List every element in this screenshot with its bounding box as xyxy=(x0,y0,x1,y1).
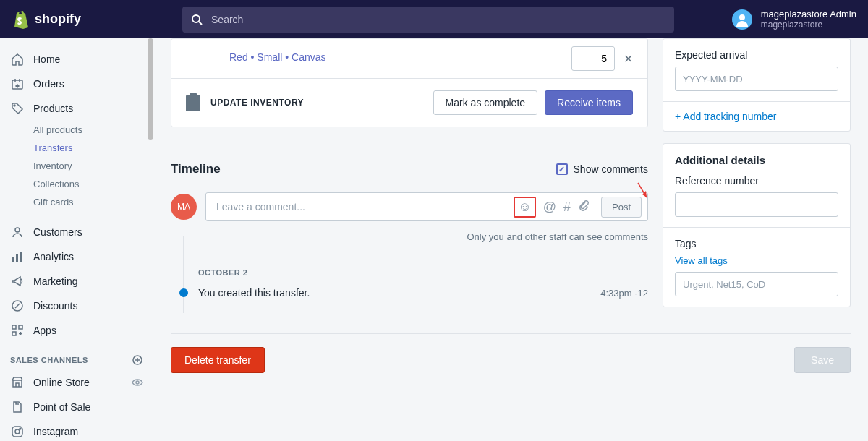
hashtag-icon[interactable]: # xyxy=(563,200,571,215)
attachment-icon[interactable] xyxy=(578,200,590,215)
store-icon xyxy=(10,375,25,390)
nav-inventory[interactable]: Inventory xyxy=(0,157,153,175)
svg-rect-6 xyxy=(16,254,18,262)
timeline-dot xyxy=(179,288,188,297)
nav-orders[interactable]: Orders xyxy=(0,72,153,96)
nav-home[interactable]: Home xyxy=(0,47,153,72)
timeline: MA ☺ @ # Post Only you and xyxy=(171,192,648,313)
timeline-title: Timeline xyxy=(171,162,221,176)
expected-arrival-label: Expected arrival xyxy=(675,49,838,61)
page-footer: Delete transfer Save xyxy=(171,333,851,373)
shopify-icon xyxy=(12,9,29,30)
svg-rect-9 xyxy=(12,325,16,329)
receive-items-button[interactable]: Receive items xyxy=(545,90,633,115)
comment-visibility-note: Only you and other staff can see comment… xyxy=(171,221,648,248)
nav-analytics[interactable]: Analytics xyxy=(0,244,153,269)
checkbox-icon: ✓ xyxy=(556,163,568,175)
avatar xyxy=(732,9,752,30)
expected-arrival-input[interactable] xyxy=(675,67,838,91)
tags-input[interactable] xyxy=(675,272,838,296)
store-name: mageplazastore xyxy=(761,20,856,30)
reference-input[interactable] xyxy=(675,192,838,217)
svg-point-3 xyxy=(14,105,15,106)
variant-link[interactable]: Red • Small • Canvas xyxy=(229,51,326,63)
show-comments-toggle[interactable]: ✓ Show comments xyxy=(556,163,648,175)
view-all-tags-link[interactable]: View all tags xyxy=(675,255,838,266)
clipboard-icon xyxy=(186,95,200,111)
post-button[interactable]: Post xyxy=(601,197,642,218)
eye-icon[interactable] xyxy=(132,377,143,388)
remove-item-icon[interactable]: ✕ xyxy=(624,52,633,66)
update-inventory-label: UPDATE INVENTORY xyxy=(210,98,304,108)
svg-point-15 xyxy=(15,429,20,434)
brand-text: shopify xyxy=(35,12,81,27)
instagram-icon xyxy=(10,424,25,439)
pos-icon xyxy=(10,400,25,414)
nav-all-products[interactable]: All products xyxy=(0,121,153,139)
sidebar: Home Orders Products All products Transf… xyxy=(0,38,153,441)
nav-customers[interactable]: Customers xyxy=(0,220,153,244)
timeline-date: OCTOBER 2 xyxy=(198,268,648,277)
items-card: Red • Small • Canvas ✕ UPDATE INVENTORY … xyxy=(171,38,648,127)
customers-icon xyxy=(10,225,25,239)
user-menu[interactable]: mageplazastore Admin mageplazastore xyxy=(732,9,856,30)
analytics-icon xyxy=(10,249,25,264)
timeline-event: You created this transfer. 4:33pm -12 xyxy=(171,287,648,299)
svg-rect-5 xyxy=(12,257,14,262)
nav-apps[interactable]: Apps xyxy=(0,318,153,343)
details-card: Additional details Reference number Tags… xyxy=(663,143,851,307)
nav-collections[interactable]: Collections xyxy=(0,175,153,193)
scrollbar[interactable] xyxy=(148,38,153,140)
svg-point-4 xyxy=(15,228,20,232)
nav-gift-cards[interactable]: Gift cards xyxy=(0,193,153,211)
svg-rect-11 xyxy=(12,332,16,335)
orders-icon xyxy=(10,77,25,91)
mark-complete-button[interactable]: Mark as complete xyxy=(433,90,537,115)
svg-rect-10 xyxy=(19,325,22,329)
delete-transfer-button[interactable]: Delete transfer xyxy=(171,347,265,373)
timeline-line xyxy=(183,236,184,313)
add-channel-icon[interactable] xyxy=(132,354,143,366)
logo[interactable]: shopify xyxy=(12,9,81,30)
user-initials-badge: MA xyxy=(171,194,197,220)
add-tracking-link[interactable]: + Add tracking number xyxy=(663,101,850,131)
quantity-input[interactable] xyxy=(571,46,615,71)
sales-channels-heading: SALES CHANNELS xyxy=(0,343,153,370)
search-input[interactable] xyxy=(182,7,674,33)
nav-pos[interactable]: Point of Sale xyxy=(0,395,153,419)
apps-icon xyxy=(10,323,25,338)
svg-point-1 xyxy=(739,14,745,20)
nav-products[interactable]: Products xyxy=(0,96,153,121)
nav-marketing[interactable]: Marketing xyxy=(0,269,153,294)
main-content: Red • Small • Canvas ✕ UPDATE INVENTORY … xyxy=(153,38,868,441)
nav-instagram[interactable]: Instagram xyxy=(0,419,153,441)
additional-details-heading: Additional details xyxy=(675,154,838,166)
svg-rect-7 xyxy=(20,252,22,262)
nav-transfers[interactable]: Transfers xyxy=(0,139,153,157)
search-icon xyxy=(191,14,203,25)
topbar: shopify mageplazastore Admin mageplazast… xyxy=(0,0,868,38)
mention-icon[interactable]: @ xyxy=(543,200,556,215)
reference-label: Reference number xyxy=(675,175,838,187)
svg-point-0 xyxy=(192,15,200,22)
save-button[interactable]: Save xyxy=(794,347,851,373)
tags-label: Tags xyxy=(675,238,838,249)
shipment-card: Expected arrival + Add tracking number xyxy=(663,38,851,132)
marketing-icon xyxy=(10,274,25,288)
user-name: mageplazastore Admin xyxy=(761,9,856,20)
home-icon xyxy=(10,52,25,67)
products-icon xyxy=(10,101,25,116)
comment-input[interactable] xyxy=(206,201,514,213)
discounts-icon xyxy=(10,299,25,313)
svg-point-13 xyxy=(136,381,139,384)
nav-discounts[interactable]: Discounts xyxy=(0,294,153,318)
svg-point-16 xyxy=(20,428,21,429)
emoji-icon[interactable]: ☺ xyxy=(518,200,531,214)
nav-online-store[interactable]: Online Store xyxy=(0,370,153,395)
